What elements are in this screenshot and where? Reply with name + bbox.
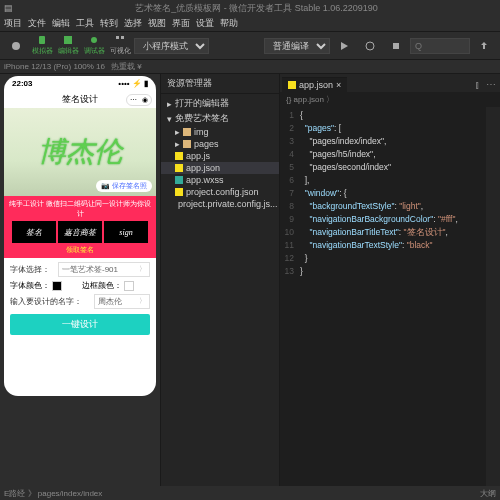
font-select[interactable]: 一笔艺术签-901〉 [58, 262, 150, 277]
svg-marker-6 [341, 42, 348, 50]
file-app-wxss[interactable]: app.wxss [161, 174, 279, 186]
border-color-swatch[interactable] [124, 281, 134, 291]
device-select[interactable]: iPhone 12/13 (Pro) 100% 16 [4, 62, 105, 71]
config-form: 字体选择： 一笔艺术签-901〉 字体颜色： 边框颜色： 输入要设计的名字： 周… [4, 258, 156, 339]
phone-frame: 22:03•••• ⚡ ▮ 签名设计 ⋯◉ 博杰伦 📷保存签名照 纯手工设计 微… [4, 76, 156, 396]
border-label: 边框颜色： [82, 280, 122, 291]
sample-3[interactable]: sign [104, 221, 148, 243]
debugger-button[interactable]: 调试器 [82, 34, 106, 58]
visual-button[interactable]: 可视化 [108, 34, 132, 58]
menu-help[interactable]: 帮助 [220, 17, 238, 30]
file-app-json[interactable]: app.json [161, 162, 279, 174]
menu-file[interactable]: 文件 [28, 17, 46, 30]
file-img[interactable]: ▸ img [161, 126, 279, 138]
svg-rect-5 [121, 36, 124, 39]
search-input[interactable] [410, 38, 470, 54]
menu-settings[interactable]: 设置 [196, 17, 214, 30]
menu-view[interactable]: 视图 [148, 17, 166, 30]
sample-row: 签名 嘉音商签 sign [7, 221, 153, 243]
page-title: 签名设计 [62, 93, 98, 106]
editor-button[interactable]: 编辑器 [56, 34, 80, 58]
svg-point-7 [366, 42, 374, 50]
preview-icon[interactable] [358, 34, 382, 58]
simulator-panel: 22:03•••• ⚡ ▮ 签名设计 ⋯◉ 博杰伦 📷保存签名照 纯手工设计 微… [0, 74, 160, 500]
bottom-bar: E路经 》 pages/index/index 大纲 [0, 486, 500, 500]
clear-icon[interactable] [384, 34, 408, 58]
file-app-js[interactable]: app.js [161, 150, 279, 162]
svg-rect-1 [39, 36, 45, 44]
menu-ui[interactable]: 界面 [172, 17, 190, 30]
explorer-title: 资源管理器 [161, 74, 279, 94]
outline-tab[interactable]: 大纲 [480, 488, 496, 499]
svg-rect-4 [116, 36, 119, 39]
root-folder[interactable]: ▾ 免费艺术签名 [161, 111, 279, 126]
svg-rect-8 [393, 43, 399, 49]
menu-tools[interactable]: 工具 [76, 17, 94, 30]
capsule[interactable]: ⋯◉ [126, 94, 152, 106]
editor-panel: app.json× ⫿ ⋯ {} app.json 〉 123456789101… [280, 74, 500, 500]
signature-preview: 博杰伦 📷保存签名照 [4, 108, 156, 196]
win-menu-icon[interactable]: ▤ [4, 3, 13, 13]
more-icon[interactable]: ⋯ [484, 77, 498, 92]
compile-select[interactable]: 普通编译 [264, 38, 330, 54]
path-crumb[interactable]: E路经 》 pages/index/index [4, 488, 102, 499]
sample-2[interactable]: 嘉音商签 [58, 221, 102, 243]
menu-goto[interactable]: 转到 [100, 17, 118, 30]
name-label: 输入要设计的名字： [10, 296, 90, 307]
hot-reload[interactable]: 热重载 ¥ [111, 61, 142, 72]
promo-banner: 纯手工设计 微信扫二维码让同一设计师为你设计 签名 嘉音商签 sign 领取签名 [4, 196, 156, 258]
split-icon[interactable]: ⫿ [473, 77, 482, 92]
explorer-panel: 资源管理器 ▸ 打开的编辑器 ▾ 免费艺术签名 ▸ img▸ pages app… [160, 74, 280, 500]
file-project-config-json[interactable]: project.config.json [161, 186, 279, 198]
device-bar: iPhone 12/13 (Pro) 100% 16 热重载 ¥ [0, 60, 500, 74]
minimap[interactable] [486, 107, 500, 500]
color-label: 字体颜色： [10, 280, 50, 291]
sample-1[interactable]: 签名 [12, 221, 56, 243]
file-pages[interactable]: ▸ pages [161, 138, 279, 150]
status-bar: 22:03•••• ⚡ ▮ [4, 76, 156, 91]
compile-icon[interactable] [332, 34, 356, 58]
avatar-icon[interactable] [4, 34, 28, 58]
close-icon[interactable]: × [336, 80, 341, 90]
font-label: 字体选择： [10, 264, 54, 275]
tab-appjson[interactable]: app.json× [282, 77, 347, 92]
code-editor[interactable]: 12345678910111213 { "pages": [ "pages/in… [280, 107, 500, 500]
simulator-button[interactable]: 模拟器 [30, 34, 54, 58]
file-project-private-config-js-[interactable]: project.private.config.js... [161, 198, 279, 210]
menubar: 项目 文件 编辑 工具 转到 选择 视图 界面 设置 帮助 [0, 16, 500, 32]
menu-project[interactable]: 项目 [4, 17, 22, 30]
editor-tabs: app.json× ⫿ ⋯ [280, 74, 500, 92]
nav-bar: 签名设计 ⋯◉ [4, 91, 156, 108]
name-input[interactable]: 周杰伦〉 [94, 294, 150, 309]
open-editors[interactable]: ▸ 打开的编辑器 [161, 96, 279, 111]
titlebar: ▤ 艺术签名_优质模板网 - 微信开发者工具 Stable 1.06.22091… [0, 0, 500, 16]
svg-point-0 [12, 42, 20, 50]
promo-link[interactable]: 领取签名 [7, 245, 153, 255]
generate-button[interactable]: 一键设计 [10, 314, 150, 335]
font-color-swatch[interactable] [52, 281, 62, 291]
svg-rect-2 [64, 36, 72, 44]
menu-edit[interactable]: 编辑 [52, 17, 70, 30]
toolbar: 模拟器 编辑器 调试器 可视化 小程序模式 普通编译 [0, 32, 500, 60]
svg-point-3 [91, 37, 97, 43]
mode-select[interactable]: 小程序模式 [134, 38, 209, 54]
menu-select[interactable]: 选择 [124, 17, 142, 30]
save-button[interactable]: 📷保存签名照 [96, 180, 152, 192]
upload-icon[interactable] [472, 34, 496, 58]
